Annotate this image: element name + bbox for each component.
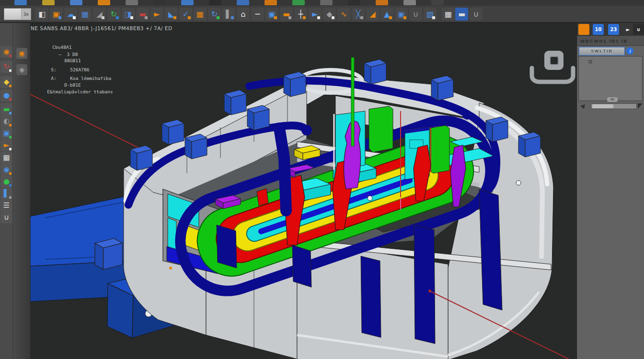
strip-frag-6[interactable]	[153, 0, 166, 5]
view-style-combobox[interactable]: 3e	[4, 8, 31, 20]
right-panel-icon-row: 10 23 ► ∪	[577, 23, 644, 36]
box-stack-icon[interactable]: ▣	[395, 8, 408, 21]
size-chip: 4b	[607, 97, 618, 102]
sync-circle-icon[interactable]: ↻	[107, 8, 120, 21]
u-clamp-icon[interactable]: ∪	[409, 8, 422, 21]
sprue-line[interactable]	[351, 57, 354, 146]
pencil-tool-icon[interactable]: ►	[0, 139, 12, 151]
right-panel-listbox[interactable]	[578, 56, 643, 101]
model-canvas[interactable]	[30, 23, 576, 359]
frame-tool-icon[interactable]: ▦	[442, 8, 455, 21]
report-card-icon[interactable]: ▣	[0, 127, 12, 139]
clipboard-stand-icon[interactable]: ◨	[122, 8, 135, 21]
scrollbar-handle[interactable]	[592, 104, 613, 108]
strip-frag-9[interactable]	[237, 0, 249, 5]
drawing-sheet-icon[interactable]: ☰	[0, 200, 12, 212]
clamp-outline-icon[interactable]: ∪	[470, 8, 483, 21]
right-panel-tab[interactable]: SWLTIB	[579, 47, 625, 56]
graphics-viewport[interactable]	[30, 23, 576, 359]
bird-circle-icon[interactable]: ◉	[0, 164, 12, 176]
scroll-right-arrow-icon[interactable]	[638, 103, 643, 109]
helmet-part-icon[interactable]: ◐	[0, 115, 12, 127]
right-panel-header: WBCWH1 IB1 IB	[577, 36, 644, 46]
orbit-sphere-icon[interactable]: ●	[0, 90, 12, 101]
assembly-context-icon[interactable]: ▣	[16, 48, 27, 59]
cad-application-window: 3e ◧ ▣ ☁ ▦ ◢ ↻ ◨	[0, 0, 644, 359]
strip-frag-14[interactable]	[376, 0, 388, 5]
part-navigator-icon[interactable]: ◉	[0, 46, 12, 58]
check-tool-icon[interactable]: ✓	[179, 8, 192, 21]
right-panel: 10 23 ► ∪ WBCWH1 IB1 IB SWLTIB i 4b	[576, 23, 644, 359]
scroll-left-arrow-icon[interactable]	[580, 103, 585, 109]
ball-detail	[368, 196, 372, 201]
block-gray-icon[interactable]: ▌	[222, 8, 235, 21]
sketch-frame-icon[interactable]: ▣	[50, 8, 63, 21]
boot-tool-icon[interactable]: ◣	[165, 8, 178, 21]
pen-square-icon[interactable]: ▧	[424, 8, 437, 21]
ball-detail	[516, 180, 521, 185]
strip-frag-4[interactable]	[98, 0, 110, 5]
grid-orange-icon[interactable]: ▦	[194, 8, 207, 21]
strip-frag-1[interactable]	[14, 0, 27, 5]
strip-frag-16[interactable]	[431, 0, 444, 5]
minus-line-icon[interactable]: ─	[251, 8, 264, 21]
strip-frag-3[interactable]	[70, 0, 82, 5]
cursor-wrench-icon[interactable]: ►	[309, 8, 322, 21]
horizontal-scrollbar[interactable]	[578, 102, 643, 110]
strip-frag-2[interactable]	[42, 0, 55, 5]
folder-select-icon[interactable]: ◢	[93, 8, 106, 21]
top-icon-strip	[0, 0, 644, 6]
bucket-fill-icon[interactable]: ▣	[265, 8, 278, 21]
strip-frag-15[interactable]	[403, 0, 416, 5]
person-half-icon[interactable]: ▌	[0, 188, 12, 200]
measure-tools-icon[interactable]: ◆	[0, 76, 12, 88]
strip-frag-5[interactable]	[126, 0, 138, 5]
strip-frag-11[interactable]	[292, 0, 305, 5]
ghost-part-icon[interactable]: ◉	[16, 64, 27, 75]
left-toolbar-rail: ◉ ↻ ◆ ● ▬ ◐ ▣ ►	[0, 23, 13, 359]
propeller-tool-icon[interactable]: ╳	[352, 8, 365, 21]
ibeam-plus-icon[interactable]: ┼	[294, 8, 307, 21]
strip-frag-13[interactable]	[348, 0, 360, 5]
secondary-rail: ▣ ◉	[13, 23, 30, 359]
wave-refresh-icon[interactable]: ↻	[208, 8, 221, 21]
hook-bracket-icon[interactable]: ∪	[0, 212, 12, 224]
orange-swatch-icon[interactable]	[578, 24, 589, 35]
cloud-upload-icon[interactable]: ☁	[64, 8, 77, 21]
image-collage-icon[interactable]: ▦	[79, 8, 92, 21]
material-sphere-icon[interactable]: ●	[0, 176, 12, 188]
info-icon[interactable]: i	[626, 47, 633, 55]
fragment-tool-icon[interactable]: ◢	[366, 8, 379, 21]
window-layout-icon[interactable]: ◧	[35, 8, 48, 21]
arc-curve-icon[interactable]: ∿	[337, 8, 350, 21]
strip-frag-7[interactable]	[181, 0, 194, 5]
offset-dash-icon[interactable]: ▬	[280, 8, 293, 21]
blocks-outline-icon[interactable]: ▦	[0, 152, 12, 164]
strip-frag-12[interactable]	[320, 0, 333, 5]
view-23-icon[interactable]: 23	[608, 24, 619, 35]
feature-tree-item[interactable]: E&tmaliapävlcder ttabans	[31, 84, 113, 94]
viewport-title-text: NE SAN8S AB3/ 4BBR |–J16561/ PM4BEB3 +/ …	[31, 25, 172, 31]
cursor-arrow-icon[interactable]: ►	[622, 24, 633, 35]
combobox-field[interactable]	[4, 9, 21, 20]
flag-tool-icon[interactable]: ▲	[380, 8, 393, 21]
strip-frag-10[interactable]	[264, 0, 277, 5]
combobox-dropdown-button[interactable]: 3e	[21, 9, 31, 20]
rotate-view-icon[interactable]: ↻	[0, 61, 12, 73]
printer-device-icon[interactable]: ▬	[136, 8, 149, 21]
view-10-icon[interactable]: 10	[593, 24, 604, 35]
bed-machine-icon[interactable]: ▬	[455, 8, 468, 21]
strip-frag-8[interactable]	[209, 0, 221, 5]
u-tool-icon[interactable]: ∪	[633, 24, 644, 35]
layer-plate-icon[interactable]: ▬	[0, 103, 12, 115]
home-outline-icon[interactable]: ⌂	[237, 8, 250, 21]
gear-icon	[588, 60, 592, 64]
runner-figure-icon[interactable]: ►	[150, 8, 163, 21]
scrollbar-track[interactable]	[591, 103, 637, 109]
hammer-tool-icon[interactable]: ◆	[323, 8, 336, 21]
